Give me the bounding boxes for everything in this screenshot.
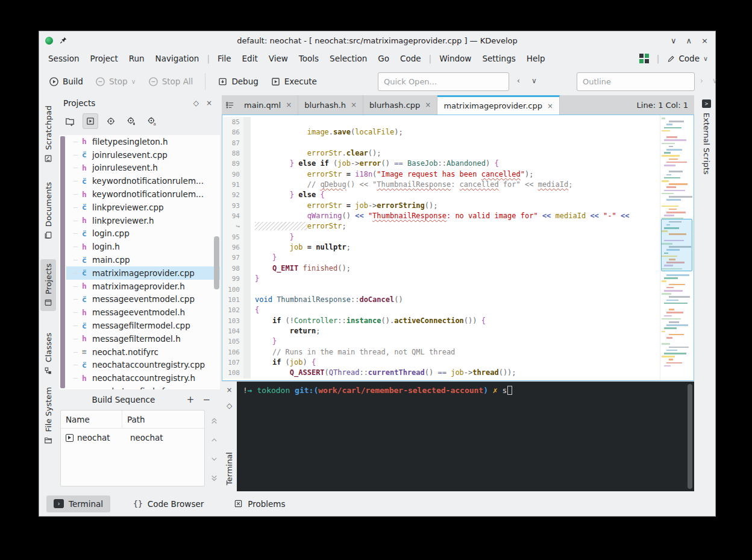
tree-item[interactable]: hneochataccountregistry.h xyxy=(66,371,220,385)
titlebar[interactable]: default: neochat - [ neochat:src/matrixi… xyxy=(39,31,715,49)
toolview-button-code-browser[interactable]: {}Code Browser xyxy=(126,496,211,512)
close-icon[interactable]: × xyxy=(351,101,357,109)
tool-tab-documents[interactable]: Documents xyxy=(40,178,56,244)
table-row[interactable]: neochatneochat xyxy=(61,429,204,447)
menu-item-code[interactable]: Code xyxy=(395,52,427,64)
maximize-icon[interactable]: ∧ xyxy=(686,36,692,45)
move-top-icon[interactable] xyxy=(210,416,219,425)
menu-item-settings[interactable]: Settings xyxy=(477,52,521,64)
menu-item-tools[interactable]: Tools xyxy=(293,52,324,64)
cpp-file-icon: c̈ xyxy=(80,256,89,265)
working-set-icon[interactable] xyxy=(639,54,649,63)
tab-blurhash-h[interactable]: blurhash.h× xyxy=(298,95,363,115)
code-line: 101void ThumbnailResponse::doCancel() xyxy=(222,295,659,305)
tree-item[interactable]: hkeywordnotificationrulem... xyxy=(66,187,220,201)
menu-item-navigation[interactable]: Navigation xyxy=(150,52,205,64)
tree-item[interactable]: c̈linkpreviewer.cpp xyxy=(66,201,220,214)
tree-item[interactable]: hmessageeventmodel.h xyxy=(66,306,220,319)
install-selection-button[interactable] xyxy=(124,113,139,129)
build-selection-button[interactable] xyxy=(83,113,98,129)
menu-item-project[interactable]: Project xyxy=(85,52,124,64)
chevron-down-icon[interactable]: ∨ xyxy=(531,77,537,85)
close-panel-icon[interactable]: × xyxy=(202,99,216,107)
pin-icon[interactable] xyxy=(59,36,67,45)
tree-scrollbar[interactable] xyxy=(214,236,219,289)
code-line: ↪ errorStr; xyxy=(222,221,659,231)
folder-open-button[interactable] xyxy=(62,113,78,129)
menu-item-view[interactable]: View xyxy=(263,52,293,64)
area-switcher-button[interactable]: Code ∨ xyxy=(667,54,708,63)
execute-button[interactable]: Execute xyxy=(266,73,322,90)
minimap[interactable] xyxy=(660,115,694,380)
tree-item[interactable]: hjoinrulesevent.h xyxy=(66,162,220,175)
tab-main-qml[interactable]: main.qml× xyxy=(238,95,298,115)
code-line: 102{ xyxy=(222,305,659,315)
tree-item[interactable]: c̈joinrulesevent.cpp xyxy=(66,148,220,162)
terminal-scrollbar[interactable] xyxy=(688,384,692,489)
float-panel-icon[interactable]: ◇ xyxy=(227,401,232,410)
float-panel-icon[interactable]: ◇ xyxy=(190,99,202,107)
close-icon[interactable]: × xyxy=(701,36,708,45)
move-bottom-icon[interactable] xyxy=(210,474,219,483)
tab-blurhash-cpp[interactable]: blurhash.cpp× xyxy=(363,95,437,115)
close-icon[interactable]: × xyxy=(425,101,431,109)
menu-item-session[interactable]: Session xyxy=(43,52,85,64)
chevron-right-icon: › xyxy=(700,77,703,85)
code-area[interactable]: 8586 image.save(localFile);8788 errorStr… xyxy=(222,115,694,381)
menu-item-run[interactable]: Run xyxy=(124,52,150,64)
chevron-left-icon[interactable]: ‹ xyxy=(517,77,520,85)
tree-item[interactable]: hlinkpreviewer.h xyxy=(66,214,220,227)
tree-item[interactable]: c̈login.cpp xyxy=(66,227,220,241)
menu-item-edit[interactable]: Edit xyxy=(237,52,263,64)
add-button[interactable]: + xyxy=(183,394,199,405)
menu-item-selection[interactable]: Selection xyxy=(324,52,372,64)
tool-tab-external-scripts[interactable]: > External Scripts xyxy=(698,95,715,175)
tree-item[interactable]: c̈matriximageprovider.cpp xyxy=(66,266,220,280)
tool-tab-file-system[interactable]: File System xyxy=(40,383,56,448)
projects-panel: Projects ◇ × a hfiletypesingleton.hc̈joi… xyxy=(57,95,222,391)
toolview-button-problems[interactable]: Problems xyxy=(227,496,292,512)
column-header[interactable]: Path xyxy=(122,415,150,424)
prune-selection-button[interactable]: a xyxy=(144,113,160,129)
column-header[interactable]: Name xyxy=(61,411,122,428)
build-button[interactable]: Build xyxy=(44,73,88,90)
tree-item[interactable]: hlogin.h xyxy=(66,240,220,253)
tree-item[interactable]: hmatriximageprovider.h xyxy=(66,280,220,293)
toolview-button-terminal[interactable]: ›Terminal xyxy=(46,496,110,512)
move-down-icon[interactable] xyxy=(210,455,219,464)
tree-item[interactable]: c̈main.cpp xyxy=(66,253,220,266)
tree-item[interactable]: c̈keywordnotificationrulem... xyxy=(66,174,220,187)
menu-item-help[interactable]: Help xyxy=(521,52,551,64)
kcfg-file-icon: <> xyxy=(80,388,89,389)
debug-button[interactable]: Debug xyxy=(213,73,263,90)
run-target-icon xyxy=(66,434,74,442)
outline-input[interactable] xyxy=(577,72,695,91)
move-up-icon[interactable] xyxy=(210,435,219,444)
minimize-icon[interactable]: ∨ xyxy=(671,36,677,45)
minimap-viewport[interactable] xyxy=(661,219,692,271)
documents-list-icon[interactable] xyxy=(222,95,238,115)
close-icon[interactable]: × xyxy=(286,101,292,109)
tab-matriximageprovider-cpp[interactable]: matriximageprovider.cpp× xyxy=(437,95,560,115)
tree-item[interactable]: ≡neochat.notifyrc xyxy=(66,345,220,359)
tool-tab-classes[interactable]: Classes xyxy=(40,329,56,379)
menu-item-file[interactable]: File xyxy=(212,52,237,64)
area-switcher-label: Code xyxy=(678,54,700,63)
tree-item[interactable]: <>neochatconfig.kcfg xyxy=(66,385,220,389)
close-panel-icon[interactable]: × xyxy=(226,386,232,394)
tree-item[interactable]: c̈neochataccountregistry.cpp xyxy=(66,359,220,372)
remove-button[interactable]: − xyxy=(198,394,215,405)
tool-tab-projects[interactable]: Projects xyxy=(40,259,56,311)
tree-item[interactable]: c̈messagefiltermodel.cpp xyxy=(66,319,220,332)
tree-item[interactable]: hmessagefiltermodel.h xyxy=(66,332,220,345)
configure-selection-button[interactable] xyxy=(103,113,119,129)
menu-item-window[interactable]: Window xyxy=(434,52,477,64)
quick-open-input[interactable] xyxy=(378,72,509,91)
menu-item-go[interactable]: Go xyxy=(372,52,395,64)
cpp-file-icon: c̈ xyxy=(80,203,89,212)
tree-item[interactable]: hfiletypesingleton.h xyxy=(66,135,220,148)
terminal[interactable]: !→ tokodon git:(work/carl/remember-selec… xyxy=(237,382,694,491)
tool-tab-scratchpad[interactable]: Scratchpad xyxy=(40,101,56,167)
tree-item[interactable]: c̈messageeventmodel.cpp xyxy=(66,293,220,306)
close-icon[interactable]: × xyxy=(547,102,553,110)
